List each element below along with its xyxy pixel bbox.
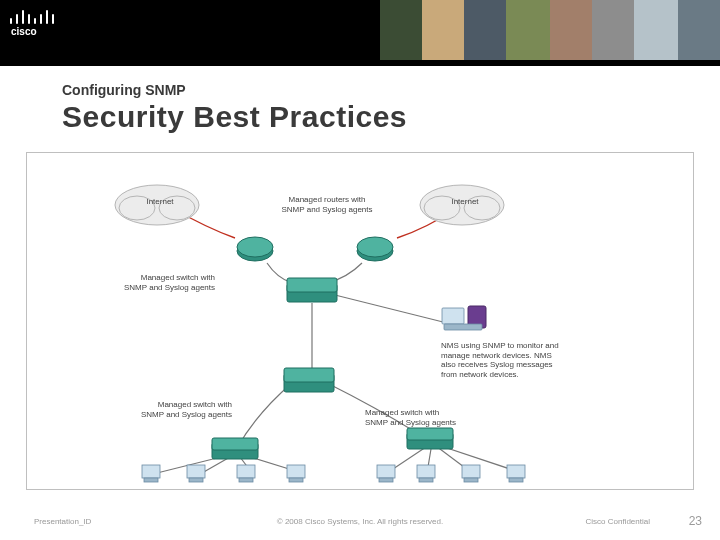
svg-rect-29 [142, 465, 160, 478]
slide-number: 23 [689, 514, 702, 528]
cisco-wordmark: cisco [11, 26, 37, 37]
svg-rect-39 [417, 465, 435, 478]
svg-rect-28 [444, 324, 482, 330]
footer: Presentation_ID © 2008 Cisco Systems, In… [0, 500, 720, 540]
label-bottom-right-switch: Managed switch withSNMP and Syslog agent… [365, 408, 465, 427]
top-bar: cisco [0, 0, 720, 66]
svg-rect-34 [239, 478, 253, 482]
svg-rect-35 [287, 465, 305, 478]
svg-rect-41 [462, 465, 480, 478]
network-diagram: Internet Internet Managed routers withSN… [26, 152, 694, 490]
svg-rect-32 [189, 478, 203, 482]
cisco-logo-icon: cisco [8, 4, 58, 38]
svg-point-17 [357, 237, 393, 257]
svg-rect-23 [212, 438, 258, 450]
svg-rect-30 [144, 478, 158, 482]
svg-point-15 [237, 237, 273, 257]
slide-title: Security Best Practices [62, 100, 407, 134]
label-center-switch: Managed switch withSNMP and Syslog agent… [115, 273, 215, 292]
confidential-text: Cisco Confidential [586, 517, 650, 526]
label-bottom-left-switch: Managed switch withSNMP and Syslog agent… [132, 400, 232, 419]
photo-strip [380, 0, 720, 60]
label-cloud-left: Internet [135, 197, 185, 207]
svg-rect-43 [507, 465, 525, 478]
svg-rect-26 [442, 308, 464, 324]
svg-rect-25 [407, 428, 453, 440]
svg-rect-19 [287, 278, 337, 292]
slide-subtitle: Configuring SNMP [62, 82, 186, 98]
svg-rect-31 [187, 465, 205, 478]
label-managed-routers: Managed routers withSNMP and Syslog agen… [277, 195, 377, 214]
svg-rect-36 [289, 478, 303, 482]
label-cloud-right: Internet [440, 197, 490, 207]
svg-rect-44 [509, 478, 523, 482]
label-nms: NMS using SNMP to monitor andmanage netw… [441, 341, 591, 379]
cisco-logo: cisco [8, 4, 58, 38]
svg-rect-40 [419, 478, 433, 482]
slide: cisco Configuring SNMP Security Best Pra… [0, 0, 720, 540]
svg-rect-21 [284, 368, 334, 382]
svg-rect-33 [237, 465, 255, 478]
svg-rect-42 [464, 478, 478, 482]
svg-rect-38 [379, 478, 393, 482]
svg-rect-37 [377, 465, 395, 478]
